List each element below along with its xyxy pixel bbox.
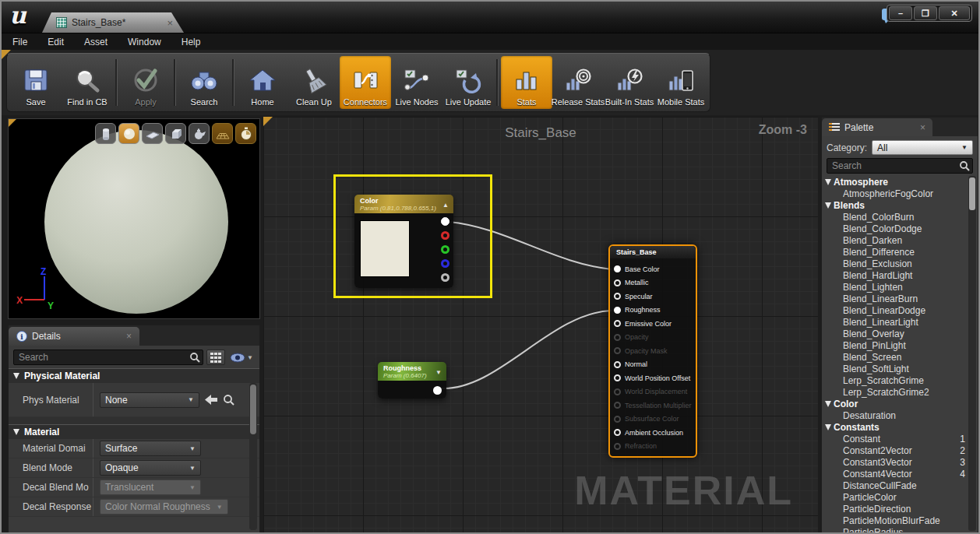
palette-list-row[interactable]: Lerp_ScratchGrime2 xyxy=(822,387,978,399)
section-physical-material[interactable]: Physical Material xyxy=(9,368,259,383)
minimize-button[interactable]: – xyxy=(889,6,912,20)
palette-list-row[interactable]: Lerp_ScratchGrime xyxy=(822,375,978,387)
view-options-button[interactable]: ▼ xyxy=(228,353,255,363)
palette-list-row[interactable]: Blend_Overlay xyxy=(822,328,978,340)
mobile-stats-button[interactable]: Mobile Stats xyxy=(655,56,707,109)
palette-list-row[interactable]: ParticleColor xyxy=(822,492,978,504)
input-pin[interactable] xyxy=(614,388,621,395)
output-pin[interactable] xyxy=(441,245,449,254)
input-pin-row[interactable]: Opacity xyxy=(610,331,696,345)
palette-list-row[interactable]: ParticleDirection xyxy=(822,504,978,515)
input-pin-row[interactable]: Normal xyxy=(610,358,696,372)
home-button[interactable]: Home xyxy=(237,56,288,109)
menu-window[interactable]: Window xyxy=(128,37,161,47)
main-node-header[interactable]: Stairs_Base xyxy=(610,246,696,258)
section-material[interactable]: Material xyxy=(9,424,259,439)
palette-list-row[interactable]: Blend_Exclusion xyxy=(822,258,978,270)
output-pin[interactable] xyxy=(441,259,449,268)
apply-button[interactable]: Apply xyxy=(120,56,171,109)
browse-icon[interactable] xyxy=(223,394,234,406)
scrollbar-thumb[interactable] xyxy=(969,177,975,210)
palette-list-row[interactable]: ParticleRadius xyxy=(822,527,978,534)
palette-list-row[interactable]: Constant4Vector 4 xyxy=(822,469,978,480)
input-pin-row[interactable]: Opacity Mask xyxy=(610,344,696,358)
input-pin[interactable] xyxy=(614,279,621,286)
use-selected-arrow-icon[interactable] xyxy=(205,395,217,405)
color-parameter-node[interactable]: Color Param (0.81,0.788,0.655,1) ▲ xyxy=(354,195,453,288)
input-pin-row[interactable]: Tessellation Multiplier xyxy=(610,399,696,413)
floor-grid-button[interactable] xyxy=(212,123,233,144)
phys-material-dropdown[interactable]: None ▼ xyxy=(100,392,199,408)
palette-list-row[interactable]: Blend_ColorBurn xyxy=(822,212,978,223)
input-pin[interactable] xyxy=(614,443,621,450)
category-dropdown[interactable]: All ▼ xyxy=(872,140,973,155)
shape-plane-button[interactable] xyxy=(142,123,163,144)
palette-list-row[interactable]: Blend_Difference xyxy=(822,247,978,258)
palette-list-row[interactable]: Constant2Vector 2 xyxy=(822,445,978,457)
palette-list-row[interactable]: Blend_HardLight xyxy=(822,270,978,282)
palette-list-row[interactable]: AtmosphericFogColor xyxy=(822,188,978,200)
shape-sphere-button[interactable] xyxy=(118,123,139,144)
document-tab-stairs-base[interactable]: Stairs_Base* × xyxy=(42,12,184,33)
output-pin[interactable] xyxy=(441,273,449,282)
input-pin-row[interactable]: Base Color xyxy=(610,262,696,276)
menu-edit[interactable]: Edit xyxy=(48,37,64,47)
input-pin[interactable] xyxy=(614,265,621,272)
menu-asset[interactable]: Asset xyxy=(84,37,108,47)
palette-scrollbar[interactable] xyxy=(968,176,976,531)
details-search-input[interactable] xyxy=(13,350,203,365)
details-tab[interactable]: i Details × xyxy=(9,327,139,346)
input-pin[interactable] xyxy=(614,307,621,314)
palette-list-row[interactable]: Blend_LinearLight xyxy=(822,317,978,328)
palette-list-row[interactable]: Color xyxy=(822,399,978,410)
palette-tab[interactable]: Palette × xyxy=(822,118,932,136)
input-pin[interactable] xyxy=(614,402,621,409)
input-pin[interactable] xyxy=(614,320,621,327)
built-in-stats-button[interactable]: Built-In Stats xyxy=(604,56,655,109)
roughness-parameter-node[interactable]: Roughness Param (0.6407) ▼ xyxy=(378,362,446,399)
close-button[interactable]: ✕ xyxy=(939,6,970,20)
input-pin-row[interactable]: Refraction xyxy=(610,440,696,454)
material-graph-canvas[interactable]: Stairs_Base Zoom -3 MATERIAL Color Param… xyxy=(263,117,818,534)
palette-list-row[interactable]: Blend_Lighten xyxy=(822,282,978,293)
output-pin[interactable] xyxy=(441,231,449,240)
clean-up-button[interactable]: Clean Up xyxy=(288,56,340,109)
main-material-node[interactable]: Stairs_Base Base Color Metallic xyxy=(608,244,697,458)
input-pin[interactable] xyxy=(614,293,621,300)
tab-close-icon[interactable]: × xyxy=(167,17,173,29)
palette-close-icon[interactable]: × xyxy=(920,122,925,133)
input-pin-row[interactable]: Roughness xyxy=(610,304,696,318)
color-node-header[interactable]: Color Param (0.81,0.788,0.655,1) ▲ xyxy=(354,195,453,213)
menu-help[interactable]: Help xyxy=(182,37,201,47)
shape-cube-button[interactable] xyxy=(165,123,186,144)
collapse-arrow-icon[interactable]: ▲ xyxy=(442,202,449,209)
palette-list-row[interactable]: Constant 1 xyxy=(822,434,978,445)
palette-list-row[interactable]: DistanceCullFade xyxy=(822,480,978,492)
connectors-button[interactable]: Connectors xyxy=(340,56,391,109)
stats-button[interactable]: Stats xyxy=(501,56,552,109)
details-close-icon[interactable]: × xyxy=(126,331,132,342)
collapse-arrow-icon[interactable]: ▼ xyxy=(435,369,442,376)
output-pin[interactable] xyxy=(433,386,442,395)
input-pin[interactable] xyxy=(614,416,621,423)
property-dropdown[interactable]: Opaque ▼ xyxy=(100,460,201,476)
palette-list-row[interactable]: Blend_SoftLight xyxy=(822,364,978,375)
input-pin-row[interactable]: Emissive Color xyxy=(610,317,696,331)
input-pin[interactable] xyxy=(614,374,621,381)
display-filter-button[interactable] xyxy=(206,350,225,365)
preview-viewport[interactable]: Z X Y xyxy=(8,118,260,319)
input-pin[interactable] xyxy=(614,347,621,354)
input-pin-row[interactable]: Ambient Occlusion xyxy=(610,426,696,440)
palette-list-row[interactable]: Constants xyxy=(822,422,978,434)
palette-list-row[interactable]: Blend_Darken xyxy=(822,235,978,247)
find-in-cb-button[interactable]: Find in CB xyxy=(62,56,113,109)
palette-list-row[interactable]: Blend_LinearDodge xyxy=(822,305,978,317)
input-pin-row[interactable]: Metallic xyxy=(610,276,696,290)
input-pin[interactable] xyxy=(614,334,621,341)
property-dropdown[interactable]: Translucent ▼ xyxy=(100,480,201,495)
search-button[interactable]: Search xyxy=(178,56,230,109)
scrollbar-thumb[interactable] xyxy=(250,385,256,434)
live-nodes-button[interactable]: Live Nodes xyxy=(391,56,442,109)
input-pin[interactable] xyxy=(614,429,621,436)
input-pin-row[interactable]: World Position Offset xyxy=(610,371,696,385)
